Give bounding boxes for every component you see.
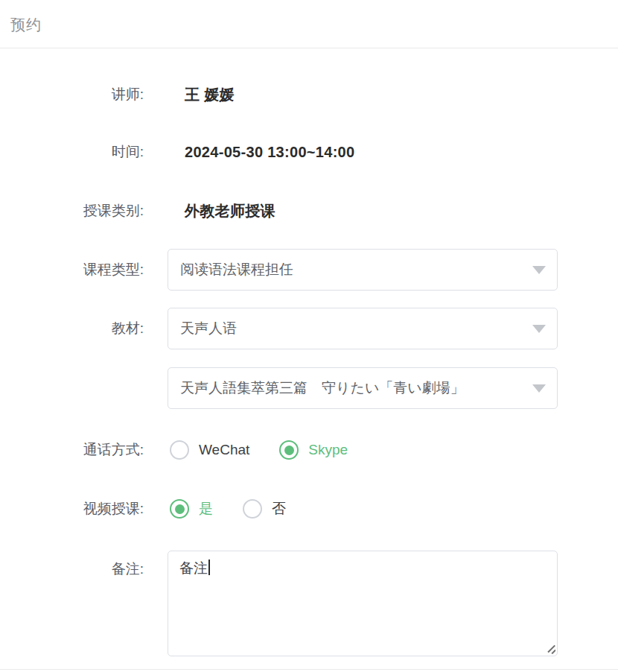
row-textbook: 教材: 天声人语 (0, 308, 618, 349)
radio-video-yes[interactable]: 是 (170, 499, 213, 519)
dialog-header: 预约 (0, 0, 618, 48)
radio-video-no[interactable]: 否 (243, 499, 286, 519)
remarks-label: 备注: (0, 551, 168, 579)
call-method-radio-group: WeChat Skype (168, 440, 558, 460)
radio-circle-icon (243, 499, 262, 519)
teach-category-label: 授课类别: (0, 201, 168, 221)
remarks-text: 备注 (179, 560, 208, 576)
row-course-type: 课程类型: 阅读语法课程担任 (0, 249, 618, 291)
radio-wechat-label: WeChat (199, 442, 249, 458)
radio-video-no-label: 否 (272, 499, 286, 519)
chevron-down-icon (532, 266, 546, 274)
row-teach-category: 授课类别: 外教老师授课 (0, 196, 618, 226)
chevron-down-icon (532, 325, 546, 333)
reservation-form: 讲师: 王 媛媛 时间: 2024-05-30 13:00~14:00 授课类别… (0, 80, 618, 656)
radio-wechat[interactable]: WeChat (170, 440, 249, 460)
radio-circle-icon (170, 440, 189, 460)
course-type-label: 课程类型: (0, 260, 168, 279)
radio-skype-label: Skype (308, 442, 348, 458)
call-method-label: 通话方式: (0, 440, 168, 460)
textbook-article-select[interactable]: 天声人語集萃第三篇 守りたい「青い劇場」 (168, 367, 558, 409)
row-call-method: 通话方式: WeChat Skype (0, 435, 618, 465)
radio-skype[interactable]: Skype (279, 440, 348, 460)
chevron-down-icon (532, 384, 546, 393)
resize-grip-icon[interactable] (544, 643, 555, 654)
textbook-article-selected-value: 天声人語集萃第三篇 守りたい「青い劇場」 (180, 378, 465, 398)
teach-category-value: 外教老师授课 (168, 201, 275, 221)
lecturer-label: 讲师: (0, 85, 168, 104)
radio-circle-checked-icon (170, 499, 189, 519)
reservation-dialog: 预约 讲师: 王 媛媛 时间: 2024-05-30 13:00~14:00 授… (0, 0, 618, 672)
textbook-selected-value: 天声人语 (180, 319, 237, 338)
textbook-select[interactable]: 天声人语 (168, 308, 558, 349)
course-type-select[interactable]: 阅读语法课程担任 (168, 249, 558, 291)
radio-circle-checked-icon (279, 440, 299, 460)
row-remarks: 备注: 备注 (0, 551, 618, 656)
video-lesson-radio-group: 是 否 (168, 499, 558, 519)
row-textbook-article: 天声人語集萃第三篇 守りたい「青い劇場」 (0, 367, 618, 409)
remarks-textarea[interactable]: 备注 (168, 551, 558, 656)
footer-divider (0, 669, 618, 670)
row-lecturer: 讲师: 王 媛媛 (0, 80, 618, 110)
lecturer-value: 王 媛媛 (168, 85, 235, 105)
row-time: 时间: 2024-05-30 13:00~14:00 (0, 137, 618, 167)
course-type-selected-value: 阅读语法课程担任 (180, 260, 293, 279)
video-lesson-label: 视频授课: (0, 499, 168, 519)
dialog-title: 预约 (10, 16, 42, 33)
row-video-lesson: 视频授课: 是 否 (0, 494, 618, 524)
radio-video-yes-label: 是 (199, 499, 213, 519)
textbook-label: 教材: (0, 319, 168, 338)
time-value: 2024-05-30 13:00~14:00 (168, 144, 354, 161)
time-label: 时间: (0, 142, 168, 162)
text-cursor (208, 560, 210, 575)
